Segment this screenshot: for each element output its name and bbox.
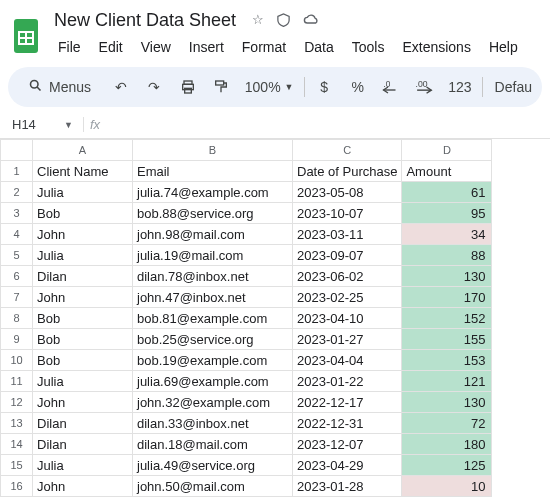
cell[interactable]: 2023-04-04 — [293, 350, 402, 371]
menu-insert[interactable]: Insert — [181, 35, 232, 59]
menu-tools[interactable]: Tools — [344, 35, 393, 59]
cell[interactable]: 2023-05-08 — [293, 182, 402, 203]
namebox-dropdown-icon[interactable]: ▼ — [64, 120, 73, 130]
cell[interactable]: dilan.78@inbox.net — [133, 266, 293, 287]
row-header[interactable]: 8 — [1, 308, 33, 329]
cell[interactable]: julia.74@example.com — [133, 182, 293, 203]
cell[interactable]: John — [33, 476, 133, 497]
undo-button[interactable]: ↶ — [107, 73, 134, 101]
menu-format[interactable]: Format — [234, 35, 294, 59]
name-box[interactable]: H14 — [6, 115, 58, 134]
cell[interactable]: 2023-10-07 — [293, 203, 402, 224]
cell[interactable]: Bob — [33, 350, 133, 371]
cell[interactable]: 125 — [402, 455, 492, 476]
row-header[interactable]: 1 — [1, 161, 33, 182]
cell[interactable]: 2023-12-07 — [293, 434, 402, 455]
col-header-D[interactable]: D — [402, 140, 492, 161]
cell[interactable]: john.50@mail.com — [133, 476, 293, 497]
cell[interactable]: 2023-06-02 — [293, 266, 402, 287]
cell[interactable]: 2023-01-28 — [293, 476, 402, 497]
cell[interactable]: 2023-04-29 — [293, 455, 402, 476]
font-select[interactable]: Defau — [489, 79, 532, 95]
cell[interactable]: john.47@inbox.net — [133, 287, 293, 308]
menu-data[interactable]: Data — [296, 35, 342, 59]
row-header[interactable]: 15 — [1, 455, 33, 476]
row-header[interactable]: 5 — [1, 245, 33, 266]
cell[interactable]: 121 — [402, 371, 492, 392]
col-header-B[interactable]: B — [133, 140, 293, 161]
row-header[interactable]: 4 — [1, 224, 33, 245]
row-header[interactable]: 7 — [1, 287, 33, 308]
cell[interactable]: John — [33, 392, 133, 413]
cell[interactable]: Email — [133, 161, 293, 182]
cell[interactable]: Julia — [33, 245, 133, 266]
row-header[interactable]: 11 — [1, 371, 33, 392]
menu-edit[interactable]: Edit — [91, 35, 131, 59]
col-header-C[interactable]: C — [293, 140, 402, 161]
row-header[interactable]: 3 — [1, 203, 33, 224]
cell[interactable]: 2023-01-22 — [293, 371, 402, 392]
select-all-corner[interactable] — [1, 140, 33, 161]
cell[interactable]: 130 — [402, 392, 492, 413]
row-header[interactable]: 13 — [1, 413, 33, 434]
zoom-select[interactable]: 100% ▼ — [241, 79, 298, 95]
currency-button[interactable]: $ — [311, 73, 338, 101]
col-header-A[interactable]: A — [33, 140, 133, 161]
cell[interactable]: dilan.33@inbox.net — [133, 413, 293, 434]
row-header[interactable]: 10 — [1, 350, 33, 371]
cell[interactable]: 10 — [402, 476, 492, 497]
cell[interactable]: Julia — [33, 371, 133, 392]
cell[interactable]: 155 — [402, 329, 492, 350]
increase-decimal-button[interactable]: .00 — [411, 73, 438, 101]
cell[interactable]: John — [33, 287, 133, 308]
menu-file[interactable]: File — [50, 35, 89, 59]
cell[interactable]: bob.81@example.com — [133, 308, 293, 329]
spreadsheet-grid[interactable]: ABCD 1Client NameEmailDate of PurchaseAm… — [0, 139, 492, 497]
move-icon[interactable] — [276, 12, 291, 30]
cell[interactable]: 2023-04-10 — [293, 308, 402, 329]
cell[interactable]: 61 — [402, 182, 492, 203]
cell[interactable]: 153 — [402, 350, 492, 371]
cell[interactable]: John — [33, 224, 133, 245]
cell[interactable]: 95 — [402, 203, 492, 224]
cell[interactable]: bob.25@service.org — [133, 329, 293, 350]
menu-search[interactable]: Menus — [18, 74, 101, 100]
cell[interactable]: 2023-03-11 — [293, 224, 402, 245]
cell[interactable]: bob.88@service.org — [133, 203, 293, 224]
cell[interactable]: Bob — [33, 308, 133, 329]
row-header[interactable]: 6 — [1, 266, 33, 287]
cell[interactable]: 180 — [402, 434, 492, 455]
cell[interactable]: 130 — [402, 266, 492, 287]
menu-view[interactable]: View — [133, 35, 179, 59]
cell[interactable]: bob.19@example.com — [133, 350, 293, 371]
row-header[interactable]: 9 — [1, 329, 33, 350]
cell[interactable]: Bob — [33, 203, 133, 224]
cell[interactable]: john.98@mail.com — [133, 224, 293, 245]
star-icon[interactable]: ☆ — [252, 12, 264, 30]
cell[interactable]: 2023-01-27 — [293, 329, 402, 350]
cell[interactable]: 170 — [402, 287, 492, 308]
percent-button[interactable]: % — [344, 73, 371, 101]
document-title[interactable]: New Client Data Sheet — [50, 8, 240, 33]
cell[interactable]: Date of Purchase — [293, 161, 402, 182]
row-header[interactable]: 14 — [1, 434, 33, 455]
cell[interactable]: john.32@example.com — [133, 392, 293, 413]
print-button[interactable] — [174, 73, 201, 101]
row-header[interactable]: 2 — [1, 182, 33, 203]
cloud-icon[interactable] — [303, 12, 320, 30]
menu-help[interactable]: Help — [481, 35, 526, 59]
cell[interactable]: 34 — [402, 224, 492, 245]
cell[interactable]: 2023-09-07 — [293, 245, 402, 266]
cell[interactable]: julia.49@service.org — [133, 455, 293, 476]
cell[interactable]: Amount — [402, 161, 492, 182]
cell[interactable]: 152 — [402, 308, 492, 329]
cell[interactable]: Bob — [33, 329, 133, 350]
cell[interactable]: Julia — [33, 182, 133, 203]
cell[interactable]: 88 — [402, 245, 492, 266]
cell[interactable]: 2022-12-17 — [293, 392, 402, 413]
number-format-button[interactable]: 123 — [444, 73, 475, 101]
decrease-decimal-button[interactable]: .0 — [377, 73, 404, 101]
cell[interactable]: julia.19@mail.com — [133, 245, 293, 266]
paint-format-button[interactable] — [207, 73, 234, 101]
row-header[interactable]: 12 — [1, 392, 33, 413]
